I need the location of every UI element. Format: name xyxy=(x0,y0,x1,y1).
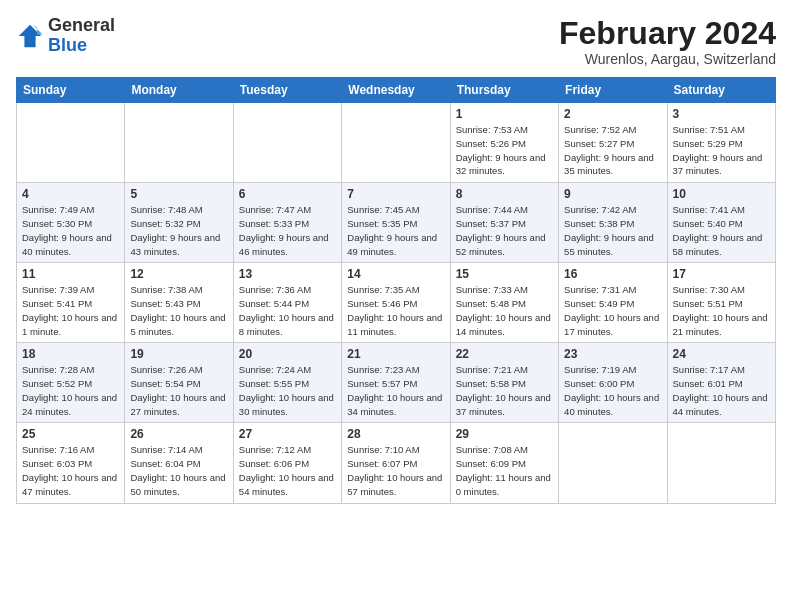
calendar-cell: 7Sunrise: 7:45 AM Sunset: 5:35 PM Daylig… xyxy=(342,183,450,263)
logo-text: General Blue xyxy=(48,16,115,56)
calendar-cell: 19Sunrise: 7:26 AM Sunset: 5:54 PM Dayli… xyxy=(125,343,233,423)
calendar-body: 1Sunrise: 7:53 AM Sunset: 5:26 PM Daylig… xyxy=(17,103,776,503)
day-number: 2 xyxy=(564,107,661,121)
day-number: 8 xyxy=(456,187,553,201)
day-info: Sunrise: 7:53 AM Sunset: 5:26 PM Dayligh… xyxy=(456,123,553,178)
day-info: Sunrise: 7:38 AM Sunset: 5:43 PM Dayligh… xyxy=(130,283,227,338)
day-info: Sunrise: 7:44 AM Sunset: 5:37 PM Dayligh… xyxy=(456,203,553,258)
calendar-week-row: 1Sunrise: 7:53 AM Sunset: 5:26 PM Daylig… xyxy=(17,103,776,183)
day-number: 14 xyxy=(347,267,444,281)
calendar-day-header: Tuesday xyxy=(233,78,341,103)
calendar-day-header: Monday xyxy=(125,78,233,103)
title-block: February 2024 Wurenlos, Aargau, Switzerl… xyxy=(559,16,776,67)
day-info: Sunrise: 7:51 AM Sunset: 5:29 PM Dayligh… xyxy=(673,123,770,178)
day-info: Sunrise: 7:23 AM Sunset: 5:57 PM Dayligh… xyxy=(347,363,444,418)
calendar-cell: 23Sunrise: 7:19 AM Sunset: 6:00 PM Dayli… xyxy=(559,343,667,423)
day-info: Sunrise: 7:08 AM Sunset: 6:09 PM Dayligh… xyxy=(456,443,553,498)
day-info: Sunrise: 7:21 AM Sunset: 5:58 PM Dayligh… xyxy=(456,363,553,418)
day-number: 10 xyxy=(673,187,770,201)
svg-marker-0 xyxy=(19,25,41,47)
day-info: Sunrise: 7:19 AM Sunset: 6:00 PM Dayligh… xyxy=(564,363,661,418)
day-info: Sunrise: 7:14 AM Sunset: 6:04 PM Dayligh… xyxy=(130,443,227,498)
day-number: 17 xyxy=(673,267,770,281)
day-number: 18 xyxy=(22,347,119,361)
calendar-cell: 24Sunrise: 7:17 AM Sunset: 6:01 PM Dayli… xyxy=(667,343,775,423)
day-number: 22 xyxy=(456,347,553,361)
day-info: Sunrise: 7:16 AM Sunset: 6:03 PM Dayligh… xyxy=(22,443,119,498)
calendar-cell: 12Sunrise: 7:38 AM Sunset: 5:43 PM Dayli… xyxy=(125,263,233,343)
day-info: Sunrise: 7:26 AM Sunset: 5:54 PM Dayligh… xyxy=(130,363,227,418)
day-info: Sunrise: 7:35 AM Sunset: 5:46 PM Dayligh… xyxy=(347,283,444,338)
calendar-cell: 5Sunrise: 7:48 AM Sunset: 5:32 PM Daylig… xyxy=(125,183,233,263)
calendar-day-header: Wednesday xyxy=(342,78,450,103)
calendar-week-row: 11Sunrise: 7:39 AM Sunset: 5:41 PM Dayli… xyxy=(17,263,776,343)
calendar-header-row: SundayMondayTuesdayWednesdayThursdayFrid… xyxy=(17,78,776,103)
calendar-cell: 4Sunrise: 7:49 AM Sunset: 5:30 PM Daylig… xyxy=(17,183,125,263)
day-info: Sunrise: 7:52 AM Sunset: 5:27 PM Dayligh… xyxy=(564,123,661,178)
day-number: 16 xyxy=(564,267,661,281)
day-number: 3 xyxy=(673,107,770,121)
day-number: 24 xyxy=(673,347,770,361)
calendar-cell xyxy=(17,103,125,183)
logo-icon xyxy=(16,22,44,50)
day-info: Sunrise: 7:17 AM Sunset: 6:01 PM Dayligh… xyxy=(673,363,770,418)
day-info: Sunrise: 7:42 AM Sunset: 5:38 PM Dayligh… xyxy=(564,203,661,258)
day-number: 19 xyxy=(130,347,227,361)
calendar-cell: 25Sunrise: 7:16 AM Sunset: 6:03 PM Dayli… xyxy=(17,423,125,503)
calendar-day-header: Sunday xyxy=(17,78,125,103)
logo-general: General xyxy=(48,16,115,36)
calendar-cell: 14Sunrise: 7:35 AM Sunset: 5:46 PM Dayli… xyxy=(342,263,450,343)
page-subtitle: Wurenlos, Aargau, Switzerland xyxy=(559,51,776,67)
day-number: 7 xyxy=(347,187,444,201)
day-info: Sunrise: 7:39 AM Sunset: 5:41 PM Dayligh… xyxy=(22,283,119,338)
calendar-table: SundayMondayTuesdayWednesdayThursdayFrid… xyxy=(16,77,776,503)
calendar-cell: 2Sunrise: 7:52 AM Sunset: 5:27 PM Daylig… xyxy=(559,103,667,183)
calendar-cell: 9Sunrise: 7:42 AM Sunset: 5:38 PM Daylig… xyxy=(559,183,667,263)
day-info: Sunrise: 7:24 AM Sunset: 5:55 PM Dayligh… xyxy=(239,363,336,418)
calendar-day-header: Thursday xyxy=(450,78,558,103)
calendar-cell: 28Sunrise: 7:10 AM Sunset: 6:07 PM Dayli… xyxy=(342,423,450,503)
day-info: Sunrise: 7:28 AM Sunset: 5:52 PM Dayligh… xyxy=(22,363,119,418)
day-number: 9 xyxy=(564,187,661,201)
calendar-cell: 16Sunrise: 7:31 AM Sunset: 5:49 PM Dayli… xyxy=(559,263,667,343)
calendar-cell xyxy=(125,103,233,183)
calendar-week-row: 4Sunrise: 7:49 AM Sunset: 5:30 PM Daylig… xyxy=(17,183,776,263)
day-number: 21 xyxy=(347,347,444,361)
day-info: Sunrise: 7:49 AM Sunset: 5:30 PM Dayligh… xyxy=(22,203,119,258)
day-number: 12 xyxy=(130,267,227,281)
calendar-week-row: 25Sunrise: 7:16 AM Sunset: 6:03 PM Dayli… xyxy=(17,423,776,503)
calendar-header: SundayMondayTuesdayWednesdayThursdayFrid… xyxy=(17,78,776,103)
day-info: Sunrise: 7:41 AM Sunset: 5:40 PM Dayligh… xyxy=(673,203,770,258)
calendar-cell: 27Sunrise: 7:12 AM Sunset: 6:06 PM Dayli… xyxy=(233,423,341,503)
calendar-cell: 21Sunrise: 7:23 AM Sunset: 5:57 PM Dayli… xyxy=(342,343,450,423)
calendar-cell: 13Sunrise: 7:36 AM Sunset: 5:44 PM Dayli… xyxy=(233,263,341,343)
day-number: 27 xyxy=(239,427,336,441)
day-number: 28 xyxy=(347,427,444,441)
day-number: 5 xyxy=(130,187,227,201)
day-number: 4 xyxy=(22,187,119,201)
calendar-cell: 1Sunrise: 7:53 AM Sunset: 5:26 PM Daylig… xyxy=(450,103,558,183)
calendar-day-header: Friday xyxy=(559,78,667,103)
page-title: February 2024 xyxy=(559,16,776,51)
calendar-cell xyxy=(667,423,775,503)
day-number: 25 xyxy=(22,427,119,441)
calendar-cell: 6Sunrise: 7:47 AM Sunset: 5:33 PM Daylig… xyxy=(233,183,341,263)
day-info: Sunrise: 7:30 AM Sunset: 5:51 PM Dayligh… xyxy=(673,283,770,338)
page-header: General Blue February 2024 Wurenlos, Aar… xyxy=(16,16,776,67)
calendar-cell: 11Sunrise: 7:39 AM Sunset: 5:41 PM Dayli… xyxy=(17,263,125,343)
calendar-cell: 18Sunrise: 7:28 AM Sunset: 5:52 PM Dayli… xyxy=(17,343,125,423)
day-number: 20 xyxy=(239,347,336,361)
calendar-cell: 3Sunrise: 7:51 AM Sunset: 5:29 PM Daylig… xyxy=(667,103,775,183)
calendar-cell xyxy=(559,423,667,503)
day-number: 26 xyxy=(130,427,227,441)
day-info: Sunrise: 7:33 AM Sunset: 5:48 PM Dayligh… xyxy=(456,283,553,338)
day-number: 23 xyxy=(564,347,661,361)
calendar-cell: 26Sunrise: 7:14 AM Sunset: 6:04 PM Dayli… xyxy=(125,423,233,503)
day-number: 29 xyxy=(456,427,553,441)
day-number: 13 xyxy=(239,267,336,281)
calendar-day-header: Saturday xyxy=(667,78,775,103)
calendar-cell: 15Sunrise: 7:33 AM Sunset: 5:48 PM Dayli… xyxy=(450,263,558,343)
day-info: Sunrise: 7:12 AM Sunset: 6:06 PM Dayligh… xyxy=(239,443,336,498)
calendar-week-row: 18Sunrise: 7:28 AM Sunset: 5:52 PM Dayli… xyxy=(17,343,776,423)
calendar-cell: 20Sunrise: 7:24 AM Sunset: 5:55 PM Dayli… xyxy=(233,343,341,423)
